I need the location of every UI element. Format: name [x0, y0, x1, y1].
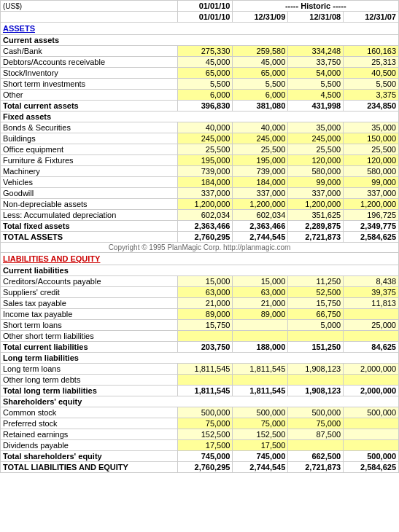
row-h3: 160,163 — [344, 46, 399, 57]
copyright-row: Copyright © 1995 PlanMagic Corp. http://… — [1, 243, 399, 253]
row-h2: 75,000 — [288, 418, 344, 429]
row-label: TOTAL ASSETS — [1, 232, 178, 243]
row-h1: 602,034 — [233, 210, 288, 221]
row-h1: 2,744,545 — [233, 462, 288, 473]
row-h2: 337,000 — [288, 188, 344, 199]
row-h2: 2,289,875 — [288, 221, 344, 232]
row-h3: 2,584,625 — [344, 462, 399, 473]
row-label: Common stock — [1, 407, 178, 418]
row-h2: 500,000 — [288, 407, 344, 418]
row-h1 — [233, 375, 288, 386]
row-current: 337,000 — [177, 188, 233, 199]
row-label: Total current assets — [1, 101, 178, 112]
row-label: Debtors/Accounts receivable — [1, 57, 178, 68]
col-h2: 12/31/08 — [288, 12, 344, 23]
row-h1: 17,500 — [233, 440, 288, 451]
row-current: 5,500 — [177, 79, 233, 90]
row-h2: 1,200,000 — [288, 199, 344, 210]
row-h3: 234,850 — [344, 101, 399, 112]
historic-header: ----- Historic ----- — [233, 1, 399, 12]
row-h1: 1,200,000 — [233, 199, 288, 210]
row-h2: 5,500 — [288, 79, 344, 90]
row-current: 25,500 — [177, 144, 233, 155]
row-h1: 2,744,545 — [233, 232, 288, 243]
row-h1: 6,000 — [233, 90, 288, 101]
row-label: Total long term liabilities — [1, 386, 178, 396]
row-label: Cash/Bank — [1, 46, 178, 57]
row-current: 2,363,466 — [177, 221, 233, 232]
row-current: 739,000 — [177, 166, 233, 177]
row-h1: 25,500 — [233, 144, 288, 155]
row-h3: 39,375 — [344, 287, 399, 298]
row-h1: 2,363,466 — [233, 221, 288, 232]
balance-sheet-table: (US$) 01/01/10 ----- Historic ----- 01/0… — [0, 0, 399, 473]
row-h1: 152,500 — [233, 429, 288, 440]
row-h1: 184,000 — [233, 177, 288, 188]
row-current — [177, 375, 233, 386]
row-label: TOTAL LIABILITIES AND EQUITY — [1, 462, 178, 473]
row-current: 245,000 — [177, 133, 233, 144]
row-current: 203,750 — [177, 342, 233, 353]
row-label: Machinery — [1, 166, 178, 177]
row-h1: 65,000 — [233, 68, 288, 79]
row-current: 396,830 — [177, 101, 233, 112]
row-label: Long term loans — [1, 364, 178, 375]
row-label: Preferred stock — [1, 418, 178, 429]
subsection-header: Fixed assets — [1, 112, 399, 122]
current-period-header: 01/01/10 — [177, 1, 233, 12]
row-h1: 245,000 — [233, 133, 288, 144]
row-h3: 11,813 — [344, 298, 399, 309]
row-h2: 15,750 — [288, 298, 344, 309]
row-h1: 337,000 — [233, 188, 288, 199]
row-h3: 40,500 — [344, 68, 399, 79]
row-h1: 381,080 — [233, 101, 288, 112]
row-label: Suppliers' credit — [1, 287, 178, 298]
row-h1: 745,000 — [233, 451, 288, 462]
row-current: 275,330 — [177, 46, 233, 57]
row-current: 152,500 — [177, 429, 233, 440]
col-h3: 12/31/07 — [344, 12, 399, 23]
row-h3: 25,500 — [344, 144, 399, 155]
row-current: 89,000 — [177, 309, 233, 320]
row-current: 602,034 — [177, 210, 233, 221]
row-h1 — [233, 331, 288, 342]
row-current: 1,811,545 — [177, 386, 233, 396]
row-h2: 54,000 — [288, 68, 344, 79]
row-h1 — [233, 320, 288, 331]
row-current: 2,760,295 — [177, 462, 233, 473]
row-h2: 2,721,873 — [288, 232, 344, 243]
row-h3: 99,000 — [344, 177, 399, 188]
row-label: Non-depreciable assets — [1, 199, 178, 210]
row-h2: 1,908,123 — [288, 386, 344, 396]
row-h3 — [344, 440, 399, 451]
row-h3 — [344, 331, 399, 342]
row-label: Short term loans — [1, 320, 178, 331]
row-h2: 5,000 — [288, 320, 344, 331]
row-h2 — [288, 375, 344, 386]
row-label: Furniture & Fixtures — [1, 155, 178, 166]
row-label: Retained earnings — [1, 429, 178, 440]
row-current: 17,500 — [177, 440, 233, 451]
row-label: Creditors/Accounts payable — [1, 276, 178, 287]
row-label: Income tax payable — [1, 309, 178, 320]
row-h2: 151,250 — [288, 342, 344, 353]
row-h3: 2,000,000 — [344, 364, 399, 375]
row-h2: 120,000 — [288, 155, 344, 166]
row-h3: 5,500 — [344, 79, 399, 90]
subsection-header: Current liabilities — [1, 265, 399, 276]
subsection-header: Long term liabilities — [1, 353, 399, 364]
row-h3: 2,584,625 — [344, 232, 399, 243]
row-current: 1,200,000 — [177, 199, 233, 210]
row-h1: 75,000 — [233, 418, 288, 429]
subsection-header: Shareholders' equity — [1, 396, 399, 407]
row-current: 75,000 — [177, 418, 233, 429]
row-h3: 120,000 — [344, 155, 399, 166]
section-header: ASSETS — [1, 23, 399, 35]
row-h3: 25,313 — [344, 57, 399, 68]
row-current: 1,811,545 — [177, 364, 233, 375]
row-h2 — [288, 440, 344, 451]
row-current: 2,760,295 — [177, 232, 233, 243]
row-label: Short term investments — [1, 79, 178, 90]
row-h1: 21,000 — [233, 298, 288, 309]
row-h2: 11,250 — [288, 276, 344, 287]
